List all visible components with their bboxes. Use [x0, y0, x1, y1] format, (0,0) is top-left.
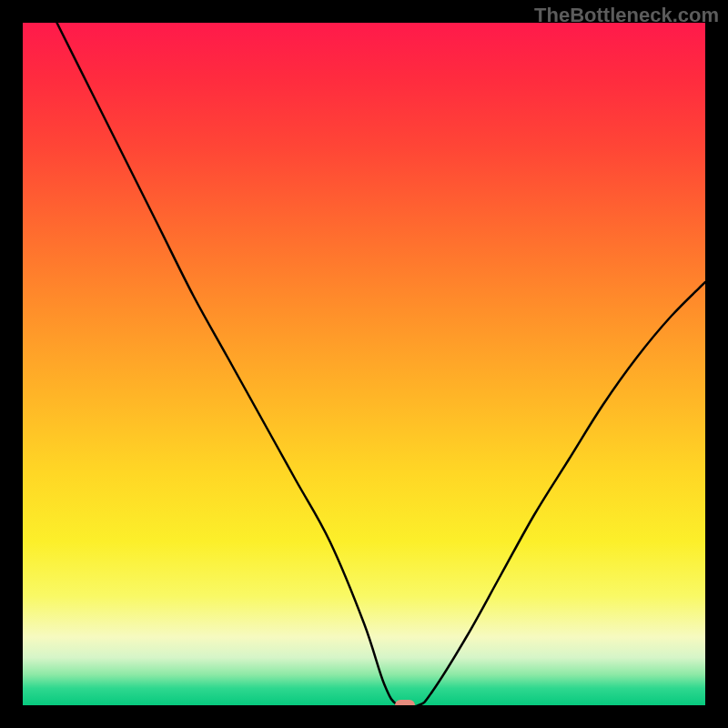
plot-area — [23, 23, 705, 705]
chart-frame: TheBottleneck.com — [0, 0, 728, 728]
bottleneck-curve — [23, 23, 705, 705]
minimum-marker — [395, 700, 415, 705]
watermark-text: TheBottleneck.com — [534, 4, 719, 27]
